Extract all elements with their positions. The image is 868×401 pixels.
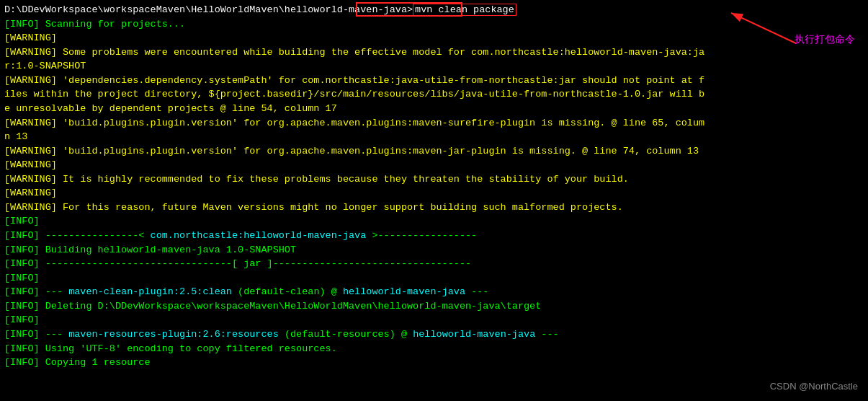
terminal-line-15: [WARNING] For this reason, future Maven …	[4, 200, 864, 215]
terminal-line-26: [INFO] Copying 1 resource	[4, 356, 864, 370]
terminal-line-1: D:\DDevWorkspace\workspaceMaven\HelloWor…	[4, 3, 864, 17]
terminal-line-7: iles within the project directory, ${pro…	[4, 87, 864, 102]
terminal-line-22: [INFO] Deleting D:\DDevWorkspace\workspa…	[4, 299, 864, 314]
terminal-line-17: [INFO] ----------------< com.northcastle…	[4, 229, 864, 243]
terminal-line-6: [WARNING] 'dependencies.dependency.syste…	[4, 74, 864, 88]
terminal-line-25: [INFO] Using 'UTF-8' encoding to copy fi…	[4, 342, 864, 356]
terminal: D:\DDevWorkspace\workspaceMaven\HelloWor…	[0, 0, 868, 401]
terminal-line-24: [INFO] --- maven-resources-plugin:2.6:re…	[4, 327, 864, 342]
watermark: CSDN @NorthCastle	[770, 380, 858, 394]
terminal-line-11: [WARNING] 'build.plugins.plugin.version'…	[4, 144, 864, 159]
terminal-line-23: [INFO]	[4, 313, 864, 327]
terminal-line-3: [WARNING]	[4, 31, 864, 45]
terminal-line-21: [INFO] --- maven-clean-plugin:2.5:clean …	[4, 285, 864, 299]
terminal-line-8: e unresolvable by dependent projects @ l…	[4, 102, 864, 116]
terminal-line-16: [INFO]	[4, 214, 864, 229]
terminal-line-2: [INFO] Scanning for projects...	[4, 17, 864, 32]
terminal-line-10: n 13	[4, 130, 864, 144]
command-text: mvn clean package	[413, 4, 516, 16]
terminal-line-13: [WARNING] It is highly recommended to fi…	[4, 172, 864, 187]
terminal-line-19: [INFO] --------------------------------[…	[4, 257, 864, 271]
terminal-line-14: [WARNING]	[4, 186, 864, 200]
terminal-line-9: [WARNING] 'build.plugins.plugin.version'…	[4, 116, 864, 131]
terminal-line-18: [INFO] Building helloworld-maven-java 1.…	[4, 243, 864, 257]
terminal-line-12: [WARNING]	[4, 158, 864, 172]
annotation-text: 执行打包命令	[795, 32, 855, 46]
terminal-line-20: [INFO]	[4, 271, 864, 286]
terminal-line-5: r:1.0-SNAPSHOT	[4, 59, 864, 74]
terminal-line-4: [WARNING] Some problems were encountered…	[4, 45, 864, 60]
